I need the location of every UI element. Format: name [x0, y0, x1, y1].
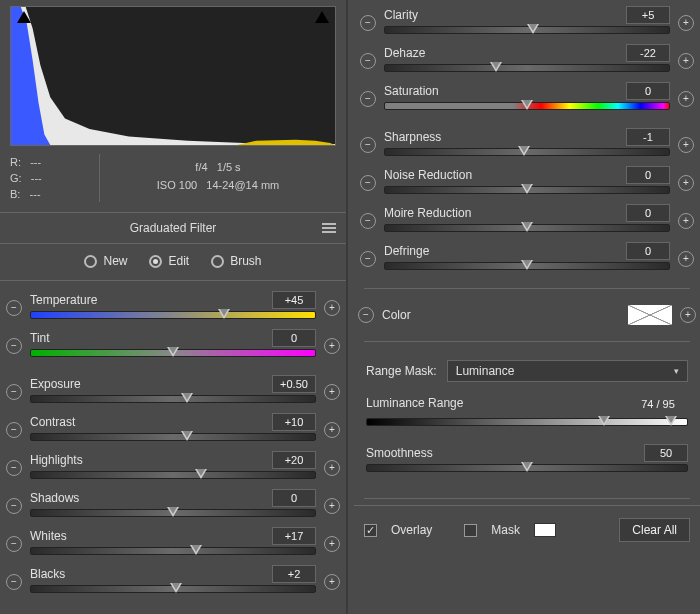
slider-value[interactable]: +10 — [272, 413, 316, 431]
slider-label: Saturation — [384, 84, 439, 98]
collapse-button[interactable]: − — [358, 307, 374, 323]
collapse-button[interactable]: − — [360, 175, 376, 191]
collapse-button[interactable]: − — [360, 53, 376, 69]
collapse-button[interactable]: − — [360, 15, 376, 31]
expand-button[interactable]: + — [324, 536, 340, 552]
collapse-button[interactable]: − — [360, 91, 376, 107]
exif-readout: f/4 1/5 s ISO 100 14-24@14 mm — [100, 154, 336, 202]
mask-color-chip[interactable] — [534, 523, 556, 537]
slider-value[interactable]: 0 — [626, 166, 670, 184]
slider-track[interactable] — [384, 262, 670, 270]
slider-value[interactable]: 0 — [272, 489, 316, 507]
chevron-down-icon: ▾ — [674, 366, 679, 376]
expand-button[interactable]: + — [678, 53, 694, 69]
slider-track[interactable] — [30, 585, 316, 593]
slider-value[interactable]: 0 — [626, 242, 670, 260]
expand-button[interactable]: + — [680, 307, 696, 323]
slider-track[interactable] — [384, 102, 670, 110]
smoothness-slider[interactable] — [366, 464, 688, 472]
expand-button[interactable]: + — [678, 213, 694, 229]
panel-title: Graduated Filter — [0, 213, 346, 244]
slider-track[interactable] — [384, 186, 670, 194]
expand-button[interactable]: + — [678, 175, 694, 191]
expand-button[interactable]: + — [324, 498, 340, 514]
clear-all-button[interactable]: Clear All — [619, 518, 690, 542]
luminance-range-slider[interactable] — [366, 418, 688, 426]
slider-track[interactable] — [384, 64, 670, 72]
slider-value[interactable]: 0 — [272, 329, 316, 347]
range-mask-dropdown[interactable]: Luminance ▾ — [447, 360, 688, 382]
slider-track[interactable] — [30, 509, 316, 517]
collapse-button[interactable]: − — [6, 300, 22, 316]
overlay-label: Overlay — [391, 523, 432, 537]
radio-icon — [211, 255, 224, 268]
panel-menu-icon[interactable] — [322, 221, 336, 233]
slider-label: Defringe — [384, 244, 429, 258]
collapse-button[interactable]: − — [6, 338, 22, 354]
slider-label: Contrast — [30, 415, 75, 429]
slider-value[interactable]: 0 — [626, 204, 670, 222]
radio-icon — [149, 255, 162, 268]
slider-value[interactable]: -22 — [626, 44, 670, 62]
slider-value[interactable]: 0 — [626, 82, 670, 100]
slider-label: Whites — [30, 529, 67, 543]
histogram[interactable] — [10, 6, 336, 146]
collapse-button[interactable]: − — [6, 498, 22, 514]
slider-track[interactable] — [30, 311, 316, 319]
slider-label: Clarity — [384, 8, 418, 22]
expand-button[interactable]: + — [678, 91, 694, 107]
expand-button[interactable]: + — [324, 422, 340, 438]
slider-track[interactable] — [384, 148, 670, 156]
expand-button[interactable]: + — [324, 460, 340, 476]
slider-value[interactable]: -1 — [626, 128, 670, 146]
overlay-checkbox[interactable] — [364, 524, 377, 537]
color-swatch[interactable] — [628, 305, 672, 325]
expand-button[interactable]: + — [324, 338, 340, 354]
collapse-button[interactable]: − — [6, 574, 22, 590]
collapse-button[interactable]: − — [6, 384, 22, 400]
color-label: Color — [382, 308, 411, 322]
slider-track[interactable] — [30, 349, 316, 357]
collapse-button[interactable]: − — [6, 422, 22, 438]
slider-label: Highlights — [30, 453, 83, 467]
collapse-button[interactable]: − — [6, 536, 22, 552]
slider-label: Tint — [30, 331, 50, 345]
collapse-button[interactable]: − — [6, 460, 22, 476]
highlight-clip-icon[interactable] — [315, 11, 329, 23]
slider-track[interactable] — [384, 224, 670, 232]
slider-value[interactable]: +2 — [272, 565, 316, 583]
smoothness-value[interactable]: 50 — [644, 444, 688, 462]
expand-button[interactable]: + — [324, 384, 340, 400]
slider-value[interactable]: +0.50 — [272, 375, 316, 393]
expand-button[interactable]: + — [678, 251, 694, 267]
collapse-button[interactable]: − — [360, 137, 376, 153]
slider-track[interactable] — [30, 395, 316, 403]
slider-label: Moire Reduction — [384, 206, 471, 220]
slider-track[interactable] — [30, 547, 316, 555]
slider-label: Blacks — [30, 567, 65, 581]
luminance-range-value[interactable]: 74 / 95 — [628, 396, 688, 414]
collapse-button[interactable]: − — [360, 251, 376, 267]
mode-new[interactable]: New — [84, 254, 127, 268]
slider-value[interactable]: +45 — [272, 291, 316, 309]
range-mask-label: Range Mask: — [366, 364, 437, 378]
expand-button[interactable]: + — [678, 137, 694, 153]
rgb-readout: R: --- G: --- B: --- — [10, 154, 100, 202]
slider-label: Exposure — [30, 377, 81, 391]
info-bar: R: --- G: --- B: --- f/4 1/5 s ISO 100 1… — [0, 148, 346, 213]
slider-value[interactable]: +20 — [272, 451, 316, 469]
slider-track[interactable] — [384, 26, 670, 34]
mode-edit[interactable]: Edit — [149, 254, 189, 268]
slider-label: Shadows — [30, 491, 79, 505]
slider-value[interactable]: +5 — [626, 6, 670, 24]
slider-track[interactable] — [30, 471, 316, 479]
shadow-clip-icon[interactable] — [17, 11, 31, 23]
expand-button[interactable]: + — [324, 574, 340, 590]
expand-button[interactable]: + — [678, 15, 694, 31]
collapse-button[interactable]: − — [360, 213, 376, 229]
slider-value[interactable]: +17 — [272, 527, 316, 545]
expand-button[interactable]: + — [324, 300, 340, 316]
slider-track[interactable] — [30, 433, 316, 441]
mask-checkbox[interactable] — [464, 524, 477, 537]
mode-brush[interactable]: Brush — [211, 254, 261, 268]
